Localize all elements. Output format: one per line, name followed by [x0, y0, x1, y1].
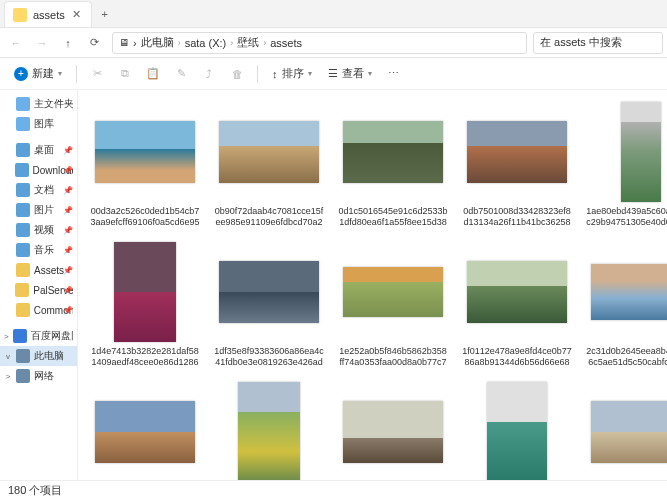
sidebar-item-文档[interactable]: 文档📌	[0, 180, 77, 200]
more-icon[interactable]: ⋯	[382, 62, 406, 86]
sidebar-item-图片[interactable]: 图片📌	[0, 200, 77, 220]
close-icon[interactable]: ✕	[71, 9, 83, 21]
sidebar-item-downloads[interactable]: Downloads📌	[0, 160, 77, 180]
file-item[interactable]: 3d794eb91cd14724011fd4f6c8caef236a19b061…	[582, 378, 667, 480]
sidebar-item-桌面[interactable]: 桌面📌	[0, 140, 77, 160]
tab-title: assets	[33, 9, 65, 21]
sidebar-item-百度网盘同步空间[interactable]: >百度网盘同步空间	[0, 326, 77, 346]
sidebar-item-视频[interactable]: 视频📌	[0, 220, 77, 240]
share-icon[interactable]: ⤴	[197, 62, 221, 86]
file-item[interactable]: 00d3a2c526c0ded1b54cb73aa9efcff69106f0a5…	[86, 98, 204, 232]
file-name: 1d4e7413b3282e281daf581409aedf48cee0e86d…	[90, 346, 200, 368]
cut-icon[interactable]: ✂	[85, 62, 109, 86]
sidebar-item-网络[interactable]: >网络	[0, 366, 77, 386]
file-name: 1df35e8f93383606a86ea4c41fdb0e3e0819263e…	[214, 346, 324, 368]
file-name: 0d1c5016545e91c6d2533b1dfd80ea6f1a55f8ee…	[338, 206, 448, 228]
file-item[interactable]: 1e252a0b5f846b5862b358ff74a0353faa00d8a0…	[334, 238, 452, 372]
view-button[interactable]: ☰ 查看▾	[322, 62, 378, 86]
back-button[interactable]: ←	[4, 31, 28, 55]
file-item[interactable]: 3d3c001d8112fdacd69996ea1d18d23ffd8de01b…	[334, 378, 452, 480]
file-name: 1ae80ebd439a5c60a0e153c29b94751305e40d03…	[586, 206, 667, 228]
sort-button[interactable]: ↕ 排序▾	[266, 62, 318, 86]
paste-icon[interactable]: 📋	[141, 62, 165, 86]
sidebar-item-assets[interactable]: Assets📌	[0, 260, 77, 280]
file-name: 1f0112e478a9e8fd4ce0b7786a8b91344d6b56d6…	[462, 346, 572, 368]
sidebar: 主文件夹图库 桌面📌Downloads📌文档📌图片📌视频📌音乐📌Assets📌P…	[0, 90, 78, 480]
sidebar-item-主文件夹[interactable]: 主文件夹	[0, 94, 77, 114]
tab-assets[interactable]: assets ✕	[4, 1, 92, 27]
up-button[interactable]: ↑	[56, 31, 80, 55]
crumb-3[interactable]: assets	[270, 37, 302, 49]
file-item[interactable]: 3c6f362a120f14362598878f19b50ac98e170974…	[210, 378, 328, 480]
breadcrumb[interactable]: 🖥 › 此电脑› sata (X:)› 壁纸› assets	[112, 32, 527, 54]
crumb-1[interactable]: sata (X:)›	[185, 37, 234, 49]
forward-button[interactable]: →	[30, 31, 54, 55]
search-input[interactable]: 在 assets 中搜索	[533, 32, 663, 54]
file-item[interactable]: 0b90f72daab4c7081cce15fee985e91109e6fdbc…	[210, 98, 328, 232]
file-name: 1e252a0b5f846b5862b358ff74a0353faa00d8a0…	[338, 346, 448, 368]
delete-icon[interactable]: 🗑	[225, 62, 249, 86]
new-tab-button[interactable]: +	[92, 1, 118, 27]
file-item[interactable]: 1ae80ebd439a5c60a0e153c29b94751305e40d03…	[582, 98, 667, 232]
new-button[interactable]: +新建▾	[8, 62, 68, 86]
rename-icon[interactable]: ✎	[169, 62, 193, 86]
status-bar: 180 个项目	[0, 480, 667, 500]
sidebar-item-palserver[interactable]: PalServer📌	[0, 280, 77, 300]
folder-icon	[13, 8, 27, 22]
crumb-2[interactable]: 壁纸›	[237, 35, 266, 50]
sidebar-item-此电脑[interactable]: v此电脑	[0, 346, 77, 366]
file-item[interactable]: 3d103e7d4dda2d2e2e12125ec3683012e7802740…	[458, 378, 576, 480]
pc-icon: 🖥	[119, 37, 129, 48]
file-item[interactable]: 1f0112e478a9e8fd4ce0b7786a8b91344d6b56d6…	[458, 238, 576, 372]
file-name: 2c31d0b2645eea8b4bdd446c5ae51d5c50cabfc9…	[586, 346, 667, 368]
item-count: 180 个项目	[8, 483, 62, 498]
file-item[interactable]: 2c31d0b2645eea8b4bdd446c5ae51d5c50cabfc9…	[582, 238, 667, 372]
file-item[interactable]: 3bb6e4f5c26d0d22cc5052f60ab58b214823343b…	[86, 378, 204, 480]
sidebar-item-音乐[interactable]: 音乐📌	[0, 240, 77, 260]
copy-icon[interactable]: ⧉	[113, 62, 137, 86]
file-item[interactable]: 1d4e7413b3282e281daf581409aedf48cee0e86d…	[86, 238, 204, 372]
sidebar-item-图库[interactable]: 图库	[0, 114, 77, 134]
crumb-0[interactable]: 此电脑›	[141, 35, 181, 50]
file-name: 0b90f72daab4c7081cce15fee985e91109e6fdbc…	[214, 206, 324, 228]
sidebar-item-common[interactable]: Common📌	[0, 300, 77, 320]
file-grid: 00d3a2c526c0ded1b54cb73aa9efcff69106f0a5…	[78, 90, 667, 480]
file-name: 00d3a2c526c0ded1b54cb73aa9efcff69106f0a5…	[90, 206, 200, 228]
file-name: 0db7501008d33428323ef8d13134a26f11b41bc3…	[462, 206, 572, 228]
refresh-button[interactable]: ⟳	[82, 31, 106, 55]
file-item[interactable]: 0db7501008d33428323ef8d13134a26f11b41bc3…	[458, 98, 576, 232]
file-item[interactable]: 1df35e8f93383606a86ea4c41fdb0e3e0819263e…	[210, 238, 328, 372]
file-item[interactable]: 0d1c5016545e91c6d2533b1dfd80ea6f1a55f8ee…	[334, 98, 452, 232]
